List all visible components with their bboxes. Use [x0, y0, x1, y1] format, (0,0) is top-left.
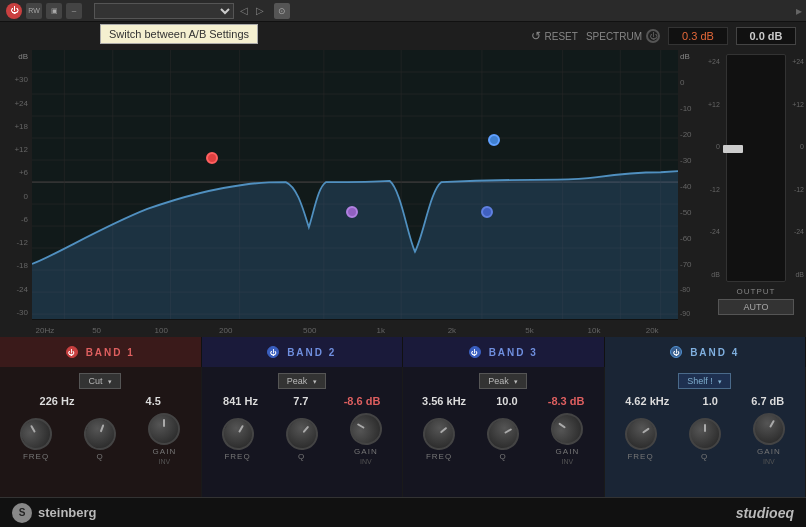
band1-node[interactable]: [206, 152, 218, 164]
y-right-db: dB: [680, 52, 704, 61]
y-right-n50: -50: [680, 208, 704, 217]
output-fader-area: +24 +12 0 -12 -24 dB +24 +12 0 -12: [708, 54, 804, 282]
icon-minus[interactable]: –: [66, 3, 82, 19]
band4-filter-type[interactable]: Shelf ! ▾: [678, 373, 731, 389]
band3-q-knob[interactable]: [481, 412, 525, 456]
fader-scale-0: 0: [708, 143, 720, 150]
bands-header-row: ⏻ BAND 1 ⏻ BAND 2 ⏻ BAND 3 ⏻ BAND 4: [0, 337, 806, 367]
eq-graph[interactable]: [32, 50, 678, 319]
band3-gain-knob[interactable]: [545, 407, 590, 452]
band3-q-knob-group: Q: [487, 418, 519, 461]
band2-freq-knob[interactable]: [216, 412, 260, 456]
output-fader-track[interactable]: [726, 54, 786, 282]
band2-knobs: FREQ Q GAIN INV: [206, 413, 399, 465]
y-axis-db-header: dB: [4, 52, 28, 61]
band1-q-knob[interactable]: [80, 413, 121, 454]
band2-power-button[interactable]: ⏻: [267, 346, 279, 358]
band1-control: Cut ▾ 226 Hz 4.5 FREQ Q: [0, 367, 202, 497]
band1-q-value: 4.5: [146, 395, 161, 407]
band3-header: ⏻ BAND 3: [403, 337, 605, 367]
left-arrow-icon: ◁: [240, 5, 248, 16]
band1-gain-label: GAIN: [153, 447, 177, 456]
band2-filter-type[interactable]: Peak ▾: [278, 373, 326, 389]
fader-scale-left: +24 +12 0 -12 -24 dB: [708, 54, 720, 282]
band3-filter-type[interactable]: Peak ▾: [479, 373, 527, 389]
band1-values-row: 226 Hz 4.5: [4, 395, 197, 407]
band2-gain-value: -8.6 dB: [344, 395, 381, 407]
gain-display: 0.3 dB: [668, 27, 728, 45]
band4-freq-knob[interactable]: [618, 411, 663, 456]
band4-q-value: 1.0: [703, 395, 718, 407]
fader-scale-r-n24: -24: [792, 228, 804, 235]
band4-knobs: FREQ Q GAIN INV: [609, 413, 802, 465]
band2-gain-knob[interactable]: [344, 407, 388, 451]
x-label-1k: 1k: [377, 326, 385, 335]
band2-q-knob[interactable]: [279, 411, 324, 456]
band3-power-button[interactable]: ⏻: [469, 346, 481, 358]
band1-gain-knob[interactable]: [148, 413, 180, 445]
band-controls-row: Cut ▾ 226 Hz 4.5 FREQ Q: [0, 367, 806, 497]
band3-inv-label: INV: [562, 458, 574, 465]
band1-freq-label: FREQ: [23, 452, 49, 461]
y-label-n24: -24: [4, 285, 28, 294]
y-right-n30: -30: [680, 156, 704, 165]
y-right-n20: -20: [680, 130, 704, 139]
spectrum-label: SPECTRUM: [586, 31, 642, 42]
band4-q-knob[interactable]: [689, 418, 721, 450]
band2-title: BAND 2: [287, 347, 336, 358]
band2-dropdown-arrow: ▾: [313, 378, 317, 385]
spectrum-power-icon[interactable]: ⏻: [646, 29, 660, 43]
band2-node[interactable]: [346, 206, 358, 218]
band4-gain-knob[interactable]: [747, 407, 791, 451]
y-axis-right: dB 0 -10 -20 -30 -40 -50 -60 -70 -80 -90: [678, 50, 706, 319]
output-section: +24 +12 0 -12 -24 dB +24 +12 0 -12: [706, 50, 806, 319]
power-icon[interactable]: ⏻: [6, 3, 22, 19]
band1-freq-knob[interactable]: [14, 412, 58, 456]
eq-container: ↺ RESET SPECTRUM ⏻ 0.3 dB 0.0 dB dB +30 …: [0, 22, 806, 497]
band1-power-button[interactable]: ⏻: [66, 346, 78, 358]
band3-freq-knob[interactable]: [417, 411, 462, 456]
band4-node[interactable]: [488, 134, 500, 146]
output-fader-handle[interactable]: [723, 145, 743, 153]
band3-title: BAND 3: [489, 347, 538, 358]
band4-q-knob-group: Q: [689, 418, 721, 461]
icon-rw[interactable]: RW: [26, 3, 42, 19]
bottom-bar: S steinberg studioeq: [0, 497, 806, 527]
ab-selector[interactable]: [94, 3, 234, 19]
fader-scale-r-24: +24: [792, 58, 804, 65]
band4-freq-value: 4.62 kHz: [625, 395, 669, 407]
band1-freq-group: 226 Hz: [40, 395, 75, 407]
icon-block[interactable]: ▣: [46, 3, 62, 19]
band1-q-group: 4.5: [146, 395, 161, 407]
reset-button[interactable]: ↺ RESET: [531, 29, 578, 43]
steinberg-icon: S: [12, 503, 32, 523]
y-right-n10: -10: [680, 104, 704, 113]
x-label-5k: 5k: [525, 326, 533, 335]
y-label-6: +6: [4, 168, 28, 177]
band1-knobs: FREQ Q GAIN INV: [4, 413, 197, 465]
band4-gain-knob-group: GAIN INV: [753, 413, 785, 465]
band1-inv-label: INV: [159, 458, 171, 465]
band2-values-row: 841 Hz 7.7 -8.6 dB: [206, 395, 399, 407]
band4-freq-group: 4.62 kHz: [625, 395, 669, 407]
band2-freq-group: 841 Hz: [223, 395, 258, 407]
fader-scale-db: dB: [708, 271, 720, 278]
band2-gain-knob-group: GAIN INV: [350, 413, 382, 465]
y-right-n90: -90: [680, 310, 704, 317]
spectrum-button[interactable]: SPECTRUM ⏻: [586, 29, 660, 43]
auto-button[interactable]: AUTO: [718, 299, 795, 315]
band3-node[interactable]: [481, 206, 493, 218]
eq-curve-svg: [32, 50, 678, 319]
y-label-n30: -30: [4, 308, 28, 317]
y-label-24: +24: [4, 99, 28, 108]
band1-filter-type[interactable]: Cut ▾: [79, 373, 121, 389]
band4-power-button[interactable]: ⏻: [670, 346, 682, 358]
tooltip: Switch between A/B Settings: [100, 24, 258, 44]
x-label-100: 100: [155, 326, 168, 335]
band3-gain-knob-group: GAIN INV: [551, 413, 583, 465]
band2-gain-group: -8.6 dB: [344, 395, 381, 407]
band4-gain-label: GAIN: [757, 447, 781, 456]
camera-icon[interactable]: ⊙: [274, 3, 290, 19]
band3-gain-value: -8.3 dB: [548, 395, 585, 407]
y-right-n70: -70: [680, 260, 704, 269]
